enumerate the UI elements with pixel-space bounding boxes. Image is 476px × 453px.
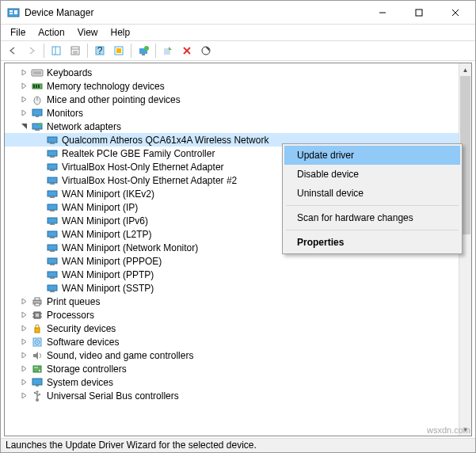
usb-icon [31,390,44,402]
maximize-button[interactable] [401,1,437,25]
tree-category-label: Monitors [47,108,83,119]
toolbar-separator [87,44,88,58]
security-icon [31,322,44,335]
svg-point-81 [36,398,39,402]
tree-category-label: Storage controllers [47,364,127,375]
svg-rect-1 [10,10,13,12]
svg-rect-3 [14,10,17,14]
network-adapter-icon [46,268,59,281]
uninstall-device-button[interactable] [178,42,196,59]
update-driver-button[interactable] [135,42,152,59]
network-adapter-icon [46,255,59,268]
expand-icon[interactable] [19,337,29,347]
tree-category-label: Print queues [47,296,100,307]
svg-rect-39 [48,137,57,143]
expand-icon[interactable] [19,94,29,105]
svg-rect-41 [48,150,57,156]
svg-rect-45 [48,177,57,183]
menu-help[interactable]: Help [105,25,137,40]
expand-icon[interactable] [19,350,29,360]
minimize-button[interactable] [364,1,401,25]
svg-rect-2 [10,13,13,14]
tree-category[interactable]: Software devices [5,335,471,348]
network-adapter-icon [46,282,59,295]
expand-icon[interactable] [19,67,29,78]
tree-category[interactable]: Mice and other pointing devices [5,93,471,106]
svg-rect-53 [48,231,57,237]
tree-category[interactable]: Security devices [5,322,471,335]
keyboard-icon [31,67,44,79]
tree-category[interactable]: System devices [5,375,471,389]
expand-icon[interactable] [19,310,29,320]
expand-icon[interactable] [19,377,29,387]
svg-rect-48 [50,196,55,198]
watermark: wsxdn.com [427,425,470,435]
svg-point-77 [39,370,40,371]
collapse-icon[interactable] [19,121,29,131]
printer-icon [31,295,44,308]
tree-category-label: Software devices [47,337,119,348]
context-menu-item[interactable]: Scan for hardware changes [284,208,460,227]
tree-device[interactable]: WAN Miniport (PPTP) [5,268,471,281]
close-button[interactable] [437,1,474,25]
action-button[interactable] [110,42,128,59]
expand-icon[interactable] [19,296,29,306]
tree-category[interactable]: Network adapters [5,120,471,133]
tree-device[interactable]: WAN Miniport (SSTP) [5,281,471,295]
tree-category[interactable]: Sound, video and game controllers [5,348,471,362]
tree-device-label: WAN Miniport (IPv6) [62,215,148,226]
expand-icon[interactable] [19,390,29,401]
expand-icon[interactable] [19,108,29,118]
mouse-icon [31,93,44,106]
network-adapter-icon [46,215,59,227]
svg-rect-67 [36,314,39,317]
help-button[interactable]: ? [91,42,109,59]
system-icon [31,376,44,389]
tree-category-label: Sound, video and game controllers [47,350,193,361]
window-title: Device Manager [25,7,364,18]
svg-rect-40 [50,143,55,144]
svg-rect-57 [48,258,57,264]
enable-device-button[interactable] [159,42,177,59]
svg-point-75 [36,341,38,343]
tree-device-label: WAN Miniport (PPPOE) [62,256,162,267]
menubar: File Action View Help [1,25,475,40]
scan-hardware-button[interactable] [197,42,215,59]
tree-category[interactable]: Memory technology devices [5,79,471,93]
properties-button[interactable] [67,42,84,59]
svg-rect-61 [48,285,57,291]
network-adapter-icon [46,188,59,200]
context-menu-item[interactable]: Disable device [284,165,460,184]
tree-category[interactable]: Print queues [5,295,471,308]
scroll-up-arrow[interactable]: ▲ [459,63,471,76]
menu-view[interactable]: View [71,25,105,40]
back-button[interactable] [4,42,21,59]
tree-category[interactable]: Processors [5,308,471,322]
forward-button[interactable] [23,42,40,59]
tree-category[interactable]: Monitors [5,106,471,120]
context-menu-item[interactable]: Uninstall device [284,184,460,203]
tree-category[interactable]: Keyboards [5,66,471,79]
expand-icon[interactable] [19,81,29,91]
context-menu-item[interactable]: Properties [284,233,460,252]
svg-rect-43 [48,164,57,169]
tree-device-label: Qualcomm Atheros QCA61x4A Wireless Netwo… [62,135,268,146]
tree-device-label: VirtualBox Host-Only Ethernet Adapter [62,162,224,173]
tree-category-label: Processors [47,310,94,321]
show-hide-console-button[interactable] [48,42,65,59]
menu-action[interactable]: Action [32,25,70,40]
tree-category[interactable]: Universal Serial Bus controllers [5,389,471,402]
expand-icon[interactable] [19,323,29,333]
tree-category-label: Mice and other pointing devices [47,94,181,105]
svg-rect-54 [50,237,55,238]
tree-category[interactable]: Storage controllers [5,362,471,375]
app-icon [7,6,20,19]
menu-file[interactable]: File [4,25,32,40]
software-icon [31,336,44,348]
context-menu-separator [286,205,459,206]
svg-rect-59 [48,272,57,277]
tree-device[interactable]: WAN Miniport (PPPOE) [5,254,471,268]
expand-icon[interactable] [19,364,29,374]
tree-device-label: WAN Miniport (PPTP) [62,269,154,280]
context-menu-item[interactable]: Update driver [284,146,460,165]
